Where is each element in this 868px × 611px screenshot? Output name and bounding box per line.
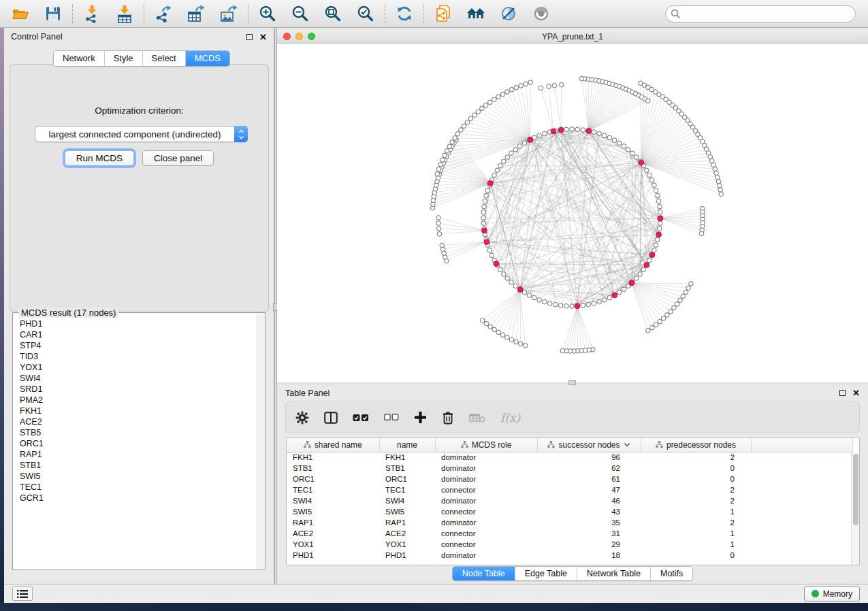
table-cell[interactable]: 2 [641,517,751,528]
open-file-icon[interactable] [7,3,34,24]
mcds-result-item[interactable]: YOX1 [14,362,256,373]
scrollbar-thumb[interactable] [853,454,858,525]
mcds-result-item[interactable]: PMA2 [14,395,256,406]
table-cell[interactable]: RAP1 [379,517,435,528]
network-canvas[interactable] [277,44,868,382]
show-columns-icon[interactable] [324,412,338,424]
table-cell[interactable]: ORC1 [379,474,435,484]
table-cell[interactable]: 31 [537,528,641,539]
column-header[interactable]: name [379,438,435,452]
table-cell[interactable]: dominator [435,452,537,463]
column-header[interactable]: predecessor nodes [641,438,751,452]
tab-network[interactable]: Network [54,51,105,66]
zoom-fit-icon[interactable] [319,3,347,24]
tab-node-table[interactable]: Node Table [453,567,515,580]
mcds-result-item[interactable]: FKH1 [14,406,256,416]
mcds-result-item[interactable]: STB1 [14,460,256,471]
mcds-list-scrollbar[interactable] [257,314,265,569]
table-row[interactable]: TEC1TEC1connector472 [287,484,853,495]
table-row[interactable]: PHD1PHD1dominator180 [287,550,853,561]
table-row[interactable]: SWI4SWI4dominator462 [287,495,853,506]
mcds-result-item[interactable]: PHD1 [14,318,256,329]
table-cell[interactable]: YOX1 [287,539,379,550]
mcds-result-item[interactable]: SWI5 [14,471,256,482]
table-cell[interactable]: SWI5 [287,506,379,517]
tab-motifs[interactable]: Motifs [651,567,692,580]
mcds-result-item[interactable]: SWI4 [14,373,256,384]
table-cell[interactable]: TEC1 [287,484,379,495]
table-cell[interactable]: FKH1 [287,452,379,463]
clone-network-icon[interactable] [430,3,457,24]
table-cell[interactable]: STB1 [379,463,435,474]
table-cell[interactable]: RAP1 [287,517,379,528]
task-history-button[interactable] [12,587,33,601]
table-cell[interactable]: 96 [537,452,641,463]
table-cell[interactable]: 35 [537,517,641,528]
mcds-result-item[interactable]: RAP1 [14,449,256,460]
table-cell[interactable]: 47 [537,484,641,495]
zoom-in-icon[interactable] [254,3,281,24]
mcds-result-item[interactable]: SRD1 [14,384,256,395]
table-cell[interactable]: 2 [641,484,751,495]
table-cell[interactable]: 0 [641,463,751,474]
table-cell[interactable]: 29 [537,539,641,550]
graphics-details-icon[interactable] [495,3,522,24]
table-cell[interactable]: connector [435,528,537,539]
table-cell[interactable]: 1 [641,539,751,550]
table-cell[interactable]: connector [435,506,537,517]
zoom-selected-icon[interactable] [352,3,379,24]
table-cell[interactable]: TEC1 [379,484,435,495]
table-cell[interactable]: FKH1 [379,452,435,463]
criterion-select[interactable]: largest connected component (undirected) [35,126,248,142]
table-cell[interactable]: dominator [435,463,537,474]
search-input[interactable] [665,5,856,22]
mcds-result-item[interactable]: STB5 [14,427,256,438]
table-cell[interactable]: connector [435,539,537,550]
memory-button[interactable]: Memory [804,587,860,601]
close-panel-icon[interactable]: ✕ [852,390,860,396]
table-row[interactable]: SWI5SWI5connector431 [287,506,853,517]
table-cell[interactable]: 61 [537,474,641,484]
table-cell[interactable]: STB1 [287,463,379,474]
table-cell[interactable]: PHD1 [379,550,435,561]
column-header[interactable]: shared name [287,438,379,452]
eye-icon[interactable] [528,3,555,24]
table-cell[interactable]: 0 [641,474,751,484]
table-cell[interactable]: 0 [641,550,751,561]
table-cell[interactable]: 43 [537,506,641,517]
table-row[interactable]: FKH1FKH1dominator962 [287,452,853,463]
tab-style[interactable]: Style [105,51,143,66]
close-panel-icon[interactable]: ✕ [259,34,267,40]
table-cell[interactable]: ACE2 [379,528,435,539]
mcds-result-item[interactable]: GCR1 [14,493,256,503]
table-cell[interactable]: connector [435,484,537,495]
run-mcds-button[interactable]: Run MCDS [65,150,134,166]
mcds-result-item[interactable]: STP4 [14,340,256,351]
table-row[interactable]: RAP1RAP1dominator352 [287,517,853,528]
table-cell[interactable]: ORC1 [287,474,379,484]
table-cell[interactable]: YOX1 [379,539,435,550]
table-cell[interactable]: 1 [641,528,751,539]
apply-layout-icon[interactable] [391,3,418,24]
table-cell[interactable]: ACE2 [287,528,379,539]
column-header[interactable]: successor nodes [537,438,641,452]
table-cell[interactable]: 18 [537,550,641,561]
table-cell[interactable]: 62 [537,463,641,474]
table-cell[interactable]: 1 [641,506,751,517]
table-row[interactable]: STB1STB1dominator620 [287,463,853,474]
tab-edge-table[interactable]: Edge Table [515,567,577,580]
table-settings-icon[interactable] [295,411,309,425]
select-all-icon[interactable] [353,414,369,422]
table-cell[interactable]: 2 [641,452,751,463]
table-cell[interactable]: 2 [641,495,751,506]
table-cell[interactable]: SWI4 [379,495,435,506]
table-row[interactable]: ORC1ORC1dominator610 [287,474,853,484]
import-network-icon[interactable] [78,3,106,24]
table-row[interactable]: ACE2ACE2connector311 [287,528,853,539]
save-icon[interactable] [39,3,67,24]
mcds-result-item[interactable]: CAR1 [14,329,256,340]
export-image-icon[interactable] [215,3,242,24]
import-table-icon[interactable] [111,3,138,24]
export-network-icon[interactable] [150,3,177,24]
network-overview-icon[interactable] [462,3,489,24]
